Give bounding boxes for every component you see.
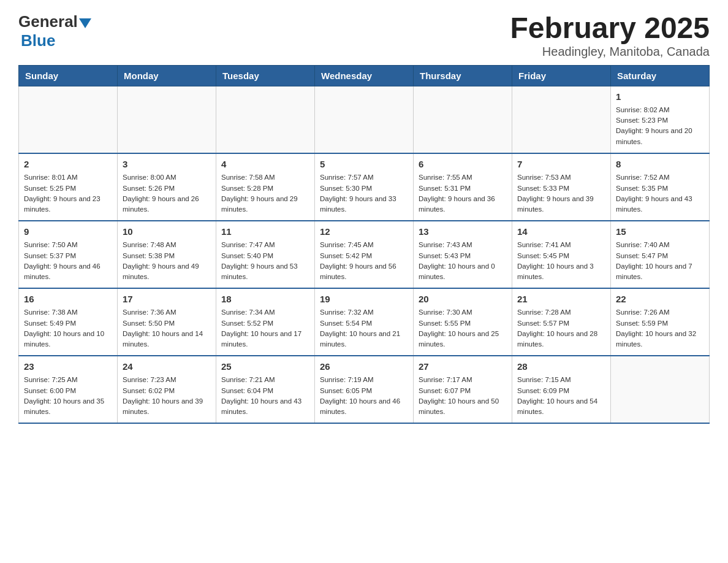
day-info: Sunrise: 7:58 AM Sunset: 5:28 PM Dayligh… [221,174,298,213]
day-info: Sunrise: 7:50 AM Sunset: 5:37 PM Dayligh… [24,241,100,280]
day-info: Sunrise: 7:48 AM Sunset: 5:38 PM Dayligh… [123,241,199,280]
day-number: 2 [24,158,112,170]
day-number: 13 [419,225,507,238]
day-number: 7 [517,158,605,170]
day-number: 11 [221,225,309,238]
calendar-week-row: 16Sunrise: 7:38 AM Sunset: 5:49 PM Dayli… [19,288,710,356]
calendar-week-row: 1Sunrise: 8:02 AM Sunset: 5:23 PM Daylig… [19,86,710,153]
calendar-cell [19,86,118,153]
calendar-cell: 19Sunrise: 7:32 AM Sunset: 5:54 PM Dayli… [315,288,414,356]
calendar-cell: 7Sunrise: 7:53 AM Sunset: 5:33 PM Daylig… [512,153,611,221]
day-number: 24 [123,360,211,373]
day-info: Sunrise: 7:25 AM Sunset: 6:00 PM Dayligh… [24,376,104,415]
calendar-table: SundayMondayTuesdayWednesdayThursdayFrid… [18,65,710,424]
calendar-cell: 16Sunrise: 7:38 AM Sunset: 5:49 PM Dayli… [19,288,118,356]
calendar-cell: 25Sunrise: 7:21 AM Sunset: 6:04 PM Dayli… [216,356,315,423]
calendar-cell: 21Sunrise: 7:28 AM Sunset: 5:57 PM Dayli… [512,288,611,356]
page-subtitle: Headingley, Manitoba, Canada [510,45,710,59]
day-info: Sunrise: 7:40 AM Sunset: 5:47 PM Dayligh… [616,241,692,280]
calendar-cell: 18Sunrise: 7:34 AM Sunset: 5:52 PM Dayli… [216,288,315,356]
day-info: Sunrise: 8:00 AM Sunset: 5:26 PM Dayligh… [123,174,199,213]
calendar-cell: 2Sunrise: 8:01 AM Sunset: 5:25 PM Daylig… [19,153,118,221]
day-info: Sunrise: 8:02 AM Sunset: 5:23 PM Dayligh… [616,106,692,145]
calendar-cell: 20Sunrise: 7:30 AM Sunset: 5:55 PM Dayli… [414,288,512,356]
calendar-cell: 24Sunrise: 7:23 AM Sunset: 6:02 PM Dayli… [118,356,216,423]
calendar-cell: 3Sunrise: 8:00 AM Sunset: 5:26 PM Daylig… [118,153,216,221]
calendar-cell: 14Sunrise: 7:41 AM Sunset: 5:45 PM Dayli… [512,221,611,288]
title-block: February 2025 Headingley, Manitoba, Cana… [510,12,710,59]
calendar-cell: 1Sunrise: 8:02 AM Sunset: 5:23 PM Daylig… [611,86,710,153]
day-info: Sunrise: 7:32 AM Sunset: 5:54 PM Dayligh… [320,308,400,348]
day-info: Sunrise: 7:57 AM Sunset: 5:30 PM Dayligh… [320,174,396,213]
calendar-cell: 17Sunrise: 7:36 AM Sunset: 5:50 PM Dayli… [118,288,216,356]
day-number: 4 [221,158,309,170]
logo-blue-text: Blue [21,31,55,50]
day-number: 25 [221,360,309,373]
weekday-header-sunday: Sunday [19,65,118,86]
calendar-cell: 6Sunrise: 7:55 AM Sunset: 5:31 PM Daylig… [414,153,512,221]
day-number: 9 [24,225,112,238]
day-number: 18 [221,293,309,305]
calendar-week-row: 23Sunrise: 7:25 AM Sunset: 6:00 PM Dayli… [19,356,710,423]
day-info: Sunrise: 7:23 AM Sunset: 6:02 PM Dayligh… [123,376,203,415]
weekday-header-monday: Monday [118,65,216,86]
calendar-cell [414,86,512,153]
page-title: February 2025 [510,12,710,45]
day-number: 3 [123,158,211,170]
calendar-cell [315,86,414,153]
calendar-cell: 27Sunrise: 7:17 AM Sunset: 6:07 PM Dayli… [414,356,512,423]
day-number: 27 [419,360,507,373]
calendar-cell: 9Sunrise: 7:50 AM Sunset: 5:37 PM Daylig… [19,221,118,288]
calendar-cell: 13Sunrise: 7:43 AM Sunset: 5:43 PM Dayli… [414,221,512,288]
day-info: Sunrise: 7:17 AM Sunset: 6:07 PM Dayligh… [419,376,499,415]
day-number: 17 [123,293,211,305]
day-number: 8 [616,158,704,170]
day-info: Sunrise: 7:34 AM Sunset: 5:52 PM Dayligh… [221,308,301,348]
logo-general-text: General [18,12,78,31]
weekday-header-tuesday: Tuesday [216,65,315,86]
calendar-cell [216,86,315,153]
day-info: Sunrise: 7:38 AM Sunset: 5:49 PM Dayligh… [24,308,104,348]
calendar-cell: 22Sunrise: 7:26 AM Sunset: 5:59 PM Dayli… [611,288,710,356]
day-number: 28 [517,360,605,373]
day-number: 6 [419,158,507,170]
day-number: 19 [320,293,408,305]
day-number: 1 [616,90,704,103]
day-info: Sunrise: 8:01 AM Sunset: 5:25 PM Dayligh… [24,174,100,213]
calendar-week-row: 2Sunrise: 8:01 AM Sunset: 5:25 PM Daylig… [19,153,710,221]
day-number: 20 [419,293,507,305]
calendar-cell: 10Sunrise: 7:48 AM Sunset: 5:38 PM Dayli… [118,221,216,288]
calendar-week-row: 9Sunrise: 7:50 AM Sunset: 5:37 PM Daylig… [19,221,710,288]
day-info: Sunrise: 7:43 AM Sunset: 5:43 PM Dayligh… [419,241,495,280]
day-info: Sunrise: 7:45 AM Sunset: 5:42 PM Dayligh… [320,241,396,280]
day-number: 21 [517,293,605,305]
day-number: 16 [24,293,112,305]
calendar-cell: 8Sunrise: 7:52 AM Sunset: 5:35 PM Daylig… [611,153,710,221]
day-info: Sunrise: 7:19 AM Sunset: 6:05 PM Dayligh… [320,376,400,415]
day-info: Sunrise: 7:53 AM Sunset: 5:33 PM Dayligh… [517,174,594,213]
weekday-header-friday: Friday [512,65,611,86]
day-info: Sunrise: 7:47 AM Sunset: 5:40 PM Dayligh… [221,241,298,280]
day-number: 10 [123,225,211,238]
calendar-cell: 5Sunrise: 7:57 AM Sunset: 5:30 PM Daylig… [315,153,414,221]
day-info: Sunrise: 7:28 AM Sunset: 5:57 PM Dayligh… [517,308,597,348]
weekday-header-row: SundayMondayTuesdayWednesdayThursdayFrid… [19,65,710,86]
weekday-header-thursday: Thursday [414,65,512,86]
calendar-header: SundayMondayTuesdayWednesdayThursdayFrid… [19,65,710,86]
logo-triangle-icon [79,18,91,28]
day-info: Sunrise: 7:52 AM Sunset: 5:35 PM Dayligh… [616,174,692,213]
day-info: Sunrise: 7:41 AM Sunset: 5:45 PM Dayligh… [517,241,594,280]
day-info: Sunrise: 7:36 AM Sunset: 5:50 PM Dayligh… [123,308,203,348]
day-number: 5 [320,158,408,170]
day-info: Sunrise: 7:26 AM Sunset: 5:59 PM Dayligh… [616,308,696,348]
day-number: 15 [616,225,704,238]
calendar-cell [611,356,710,423]
day-info: Sunrise: 7:30 AM Sunset: 5:55 PM Dayligh… [419,308,499,348]
day-number: 22 [616,293,704,305]
logo: General Blue [18,12,91,50]
calendar-cell: 12Sunrise: 7:45 AM Sunset: 5:42 PM Dayli… [315,221,414,288]
calendar-cell [512,86,611,153]
day-info: Sunrise: 7:15 AM Sunset: 6:09 PM Dayligh… [517,376,597,415]
calendar-cell [118,86,216,153]
calendar-cell: 28Sunrise: 7:15 AM Sunset: 6:09 PM Dayli… [512,356,611,423]
